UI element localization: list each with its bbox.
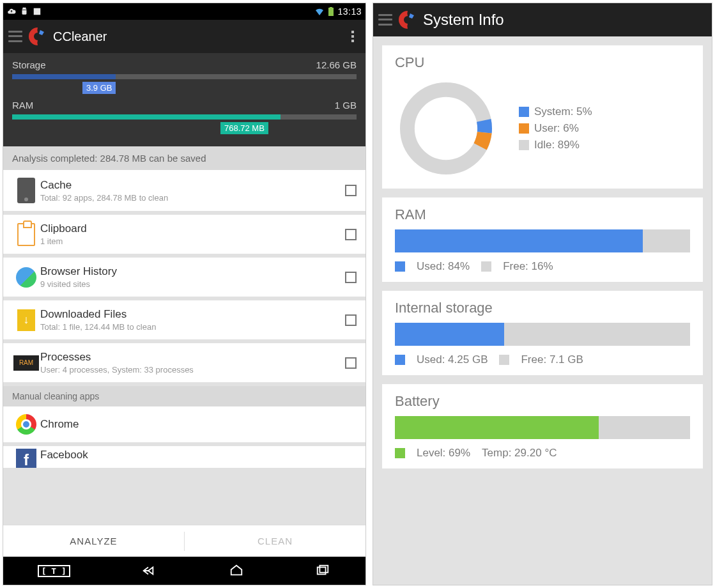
legend-swatch <box>395 448 405 458</box>
legend-label: Level: 69% <box>417 447 470 460</box>
back-nav-icon[interactable] <box>139 564 158 578</box>
ram-panel: RAM Used: 84% Free: 16% <box>382 197 703 282</box>
recents-nav-icon[interactable] <box>314 564 331 578</box>
item-browser-history[interactable]: Browser History9 visited sites <box>3 258 365 297</box>
ram-used-badge: 768.72 MB <box>220 122 268 134</box>
clean-list: CacheTotal: 92 apps, 284.78 MB to clean … <box>3 170 365 525</box>
legend-label: Free: 7.1 GB <box>521 353 583 366</box>
download-icon <box>17 309 35 331</box>
item-sub: Total: 92 apps, 284.78 MB to clean <box>40 193 345 203</box>
storage-bar <box>395 323 690 346</box>
ccleaner-logo <box>397 10 418 30</box>
checkbox[interactable] <box>345 357 357 369</box>
usage-meters: Storage12.66 GB 3.9 GB RAM1 GB 768.72 MB <box>3 53 365 146</box>
ccleaner-logo <box>27 26 48 47</box>
cloud-upload-icon <box>7 7 16 16</box>
ram-bar: 768.72 MB <box>12 114 357 120</box>
panel-title: RAM <box>395 206 690 223</box>
svg-rect-2 <box>318 568 326 575</box>
app-chrome[interactable]: Chrome <box>3 406 365 442</box>
facebook-icon: f <box>16 449 36 468</box>
legend-label: User: 6% <box>534 122 579 135</box>
item-sub: Total: 1 file, 124.44 MB to clean <box>40 322 345 332</box>
app-facebook[interactable]: f Facebook <box>3 446 365 468</box>
legend-label: Free: 16% <box>503 260 553 273</box>
item-title: Browser History <box>40 265 345 278</box>
app-bar: CCleaner <box>3 20 365 53</box>
item-title: Cache <box>40 179 345 192</box>
nav-bar: [ T ] <box>3 557 365 585</box>
item-sub: 9 visited sites <box>40 279 345 289</box>
cpu-donut-chart <box>395 77 497 180</box>
legend-label: System: 5% <box>534 105 592 118</box>
cpu-panel: CPU System: 5% User: 6% Idle: 89% <box>382 45 703 189</box>
battery-icon <box>328 7 334 16</box>
wifi-icon <box>314 8 325 15</box>
app-title: CCleaner <box>53 29 340 44</box>
android-icon <box>20 7 29 16</box>
item-clipboard[interactable]: Clipboard1 item <box>3 215 365 254</box>
section-manual-apps: Manual cleaning apps <box>3 386 365 406</box>
legend-swatch <box>481 261 491 272</box>
analysis-result: Analysis completed: 284.78 MB can be sav… <box>3 146 365 170</box>
item-downloaded-files[interactable]: Downloaded FilesTotal: 1 file, 124.44 MB… <box>3 300 365 339</box>
item-title: Downloaded Files <box>40 308 345 321</box>
checkbox[interactable] <box>345 272 357 283</box>
panel-title: Internal storage <box>395 300 690 316</box>
ram-total: 1 GB <box>335 100 357 111</box>
chrome-icon <box>16 414 36 435</box>
item-sub: User: 4 processes, System: 33 processes <box>40 365 345 375</box>
checkbox[interactable] <box>345 185 357 196</box>
hamburger-icon[interactable] <box>8 29 22 43</box>
phone-icon <box>17 178 35 203</box>
legend-label: Used: 4.25 GB <box>417 353 488 366</box>
legend-swatch <box>519 140 529 150</box>
item-sub: 1 item <box>40 236 345 246</box>
ram-chip-icon: RAM <box>13 355 39 371</box>
legend-label: Idle: 89% <box>534 139 580 151</box>
battery-temp: Temp: 29.20 °C <box>482 447 557 460</box>
status-clock: 13:13 <box>337 6 362 17</box>
svg-rect-3 <box>320 566 328 573</box>
clean-button[interactable]: CLEAN <box>185 536 365 546</box>
svg-rect-0 <box>328 8 334 16</box>
storage-label: Storage <box>12 59 46 70</box>
storage-panel: Internal storage Used: 4.25 GB Free: 7.1… <box>382 291 703 375</box>
system-info-screen: System Info CPU System: 5% User: 6% Idle… <box>373 3 712 585</box>
app-name: Facebook <box>40 449 357 461</box>
status-bar: 13:13 <box>3 3 365 20</box>
checkbox[interactable] <box>345 229 357 240</box>
item-processes[interactable]: RAM ProcessesUser: 4 processes, System: … <box>3 343 365 382</box>
svg-rect-1 <box>330 7 332 8</box>
svg-point-4 <box>407 89 484 167</box>
ram-label: RAM <box>12 100 33 111</box>
legend-swatch <box>395 261 405 272</box>
storage-total: 12.66 GB <box>316 59 357 70</box>
keyboard-nav-icon[interactable]: [ T ] <box>38 565 70 577</box>
battery-bar <box>395 416 690 439</box>
battery-panel: Battery Level: 69% Temp: 29.20 °C <box>382 384 703 468</box>
legend-swatch <box>519 123 529 134</box>
app-bar: System Info <box>373 3 712 36</box>
globe-icon <box>16 267 36 288</box>
overflow-menu-icon[interactable] <box>345 29 360 44</box>
check-box-icon <box>33 7 42 16</box>
app-name: Chrome <box>40 418 357 431</box>
panel-title: CPU <box>395 54 690 71</box>
panel-title: Battery <box>395 393 690 410</box>
clipboard-icon <box>17 223 35 246</box>
home-nav-icon[interactable] <box>227 564 246 578</box>
analyze-button[interactable]: ANALYZE <box>3 536 184 546</box>
item-title: Processes <box>40 351 345 364</box>
legend-swatch <box>519 107 529 117</box>
cpu-legend: System: 5% User: 6% Idle: 89% <box>519 105 592 151</box>
item-cache[interactable]: CacheTotal: 92 apps, 284.78 MB to clean <box>3 170 365 211</box>
ram-bar <box>395 229 690 252</box>
legend-swatch <box>395 355 405 365</box>
checkbox[interactable] <box>345 314 357 326</box>
legend-label: Used: 84% <box>417 260 470 273</box>
storage-used-badge: 3.9 GB <box>82 82 116 94</box>
legend-swatch <box>499 355 509 365</box>
action-bar: ANALYZE CLEAN <box>3 525 365 557</box>
hamburger-icon[interactable] <box>378 13 392 27</box>
